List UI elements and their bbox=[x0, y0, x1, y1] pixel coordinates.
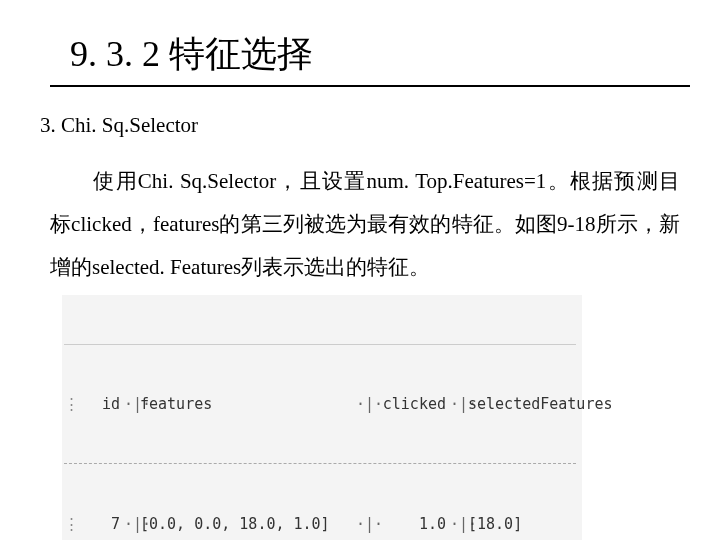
cell-features: [0.0, 0.0, 18.0, 1.0] bbox=[140, 513, 356, 536]
col-header-clicked: clicked bbox=[376, 393, 446, 416]
body-paragraph: 使用Chi. Sq.Selector，且设置num. Top.Features=… bbox=[50, 160, 680, 289]
cell-id: 7 bbox=[78, 513, 120, 536]
table-header-row: ⋮id·|·features·|·clicked·|·selectedFeatu… bbox=[64, 393, 576, 416]
section-heading: 9. 3. 2 特征选择 bbox=[50, 30, 690, 79]
subsection-heading: 3. Chi. Sq.Selector bbox=[40, 113, 690, 138]
body-text: 使用Chi. Sq.Selector，且设置num. Top.Features=… bbox=[50, 169, 680, 279]
table-divider bbox=[64, 463, 576, 464]
output-table: ⋮id·|·features·|·clicked·|·selectedFeatu… bbox=[62, 295, 582, 540]
cell-selected: [18.0] bbox=[468, 513, 614, 536]
col-header-id: id bbox=[78, 393, 120, 416]
table-row: ⋮7·|·[0.0, 0.0, 18.0, 1.0]·|·1.0·|·[18.0… bbox=[64, 513, 576, 536]
col-header-features: features bbox=[140, 393, 356, 416]
heading-underline bbox=[50, 85, 690, 87]
col-header-selected: selectedFeatures bbox=[468, 393, 614, 416]
cell-clicked: 1.0 bbox=[376, 513, 446, 536]
